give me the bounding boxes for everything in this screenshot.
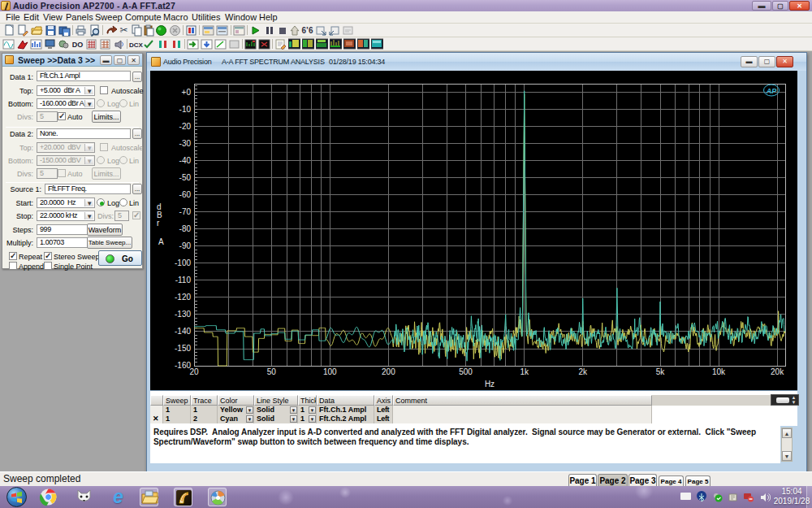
svg-text:500: 500 — [459, 367, 473, 376]
svg-text:5k: 5k — [656, 367, 666, 376]
svg-text:-90: -90 — [179, 241, 192, 250]
svg-text:-30: -30 — [179, 139, 192, 148]
svg-text:-120: -120 — [175, 293, 191, 302]
svg-text:-40: -40 — [179, 156, 192, 165]
svg-text:-130: -130 — [175, 310, 191, 319]
svg-text:-160: -160 — [175, 361, 191, 370]
svg-text:Hz: Hz — [485, 380, 495, 389]
svg-text:10k: 10k — [712, 367, 726, 376]
svg-text:-50: -50 — [179, 173, 192, 182]
svg-text:-10: -10 — [179, 105, 192, 114]
svg-text:-20: -20 — [179, 122, 192, 131]
svg-text:20k: 20k — [771, 367, 784, 376]
svg-text:-150: -150 — [175, 344, 191, 353]
svg-text:-110: -110 — [175, 276, 192, 284]
svg-text:AP: AP — [766, 87, 777, 95]
svg-text:-100: -100 — [175, 258, 191, 267]
svg-text:200: 200 — [382, 367, 395, 376]
svg-text:+0: +0 — [182, 88, 192, 97]
svg-text:r: r — [157, 219, 160, 228]
svg-text:-140: -140 — [175, 327, 191, 336]
svg-text:1k: 1k — [520, 367, 529, 376]
svg-text:100: 100 — [323, 367, 337, 376]
svg-text:2k: 2k — [578, 367, 588, 376]
svg-text:20: 20 — [189, 367, 199, 376]
svg-text:-60: -60 — [179, 190, 192, 199]
svg-text:50: 50 — [267, 367, 277, 376]
svg-text:-70: -70 — [179, 207, 192, 216]
svg-text:-80: -80 — [179, 224, 192, 233]
svg-text:A: A — [158, 237, 164, 246]
